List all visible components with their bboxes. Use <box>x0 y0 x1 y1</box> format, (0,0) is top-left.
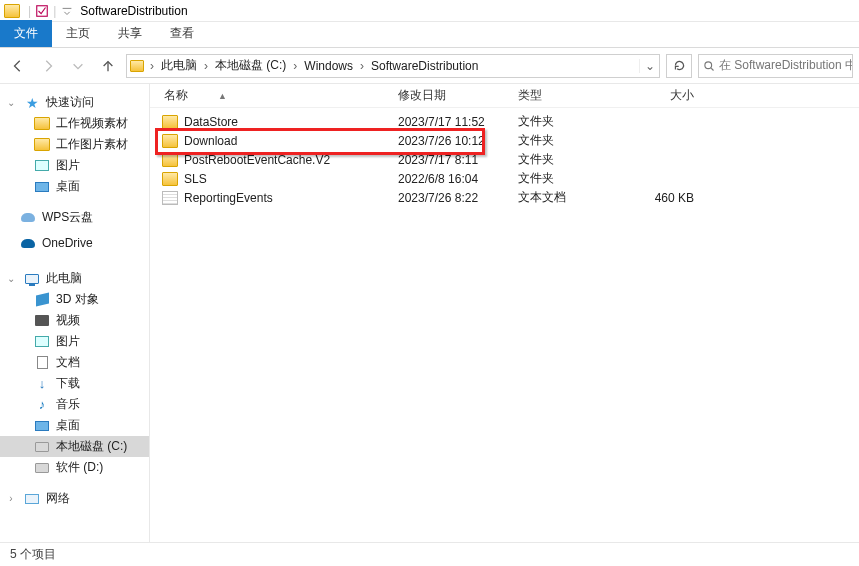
separator: | <box>28 4 31 18</box>
tree-network[interactable]: › 网络 <box>0 488 149 509</box>
separator: | <box>53 4 56 18</box>
ribbon-tabs: 文件 主页 共享 查看 <box>0 22 859 48</box>
disk-icon <box>34 440 50 454</box>
folder-icon <box>162 153 178 167</box>
chevron-down-icon[interactable]: ⌄ <box>6 273 16 284</box>
status-bar: 5 个项目 <box>0 542 859 566</box>
tree-item[interactable]: 文档 <box>0 352 149 373</box>
network-icon <box>24 492 40 506</box>
folder-icon <box>162 134 178 148</box>
tree-item[interactable]: 桌面 <box>0 415 149 436</box>
tree-this-pc[interactable]: ⌄ 此电脑 <box>0 268 149 289</box>
tree-item[interactable]: 桌面 <box>0 176 149 197</box>
tab-share[interactable]: 共享 <box>104 20 156 47</box>
item-count: 5 个项目 <box>10 546 56 563</box>
tab-file[interactable]: 文件 <box>0 20 52 47</box>
desk-icon <box>34 419 50 433</box>
pic-icon <box>34 335 50 349</box>
column-date[interactable]: 修改日期 <box>398 87 518 104</box>
refresh-button[interactable] <box>666 54 692 78</box>
cloud-icon <box>20 211 36 225</box>
breadcrumb-item[interactable]: 此电脑 <box>157 57 201 74</box>
tab-view[interactable]: 查看 <box>156 20 208 47</box>
file-content-area: 名称 ▲ 修改日期 类型 大小 DataStore2023/7/17 11:52… <box>150 84 859 542</box>
chevron-right-icon[interactable]: › <box>201 59 211 73</box>
search-input[interactable]: 在 SoftwareDistribution 中 <box>698 54 853 78</box>
navigation-pane: ⌄ ★ 快速访问 工作视频素材工作图片素材图片桌面 WPS云盘OneDrive … <box>0 84 150 542</box>
folder-icon <box>34 138 50 152</box>
pic-icon <box>34 159 50 173</box>
disk-icon <box>34 461 50 475</box>
tree-item[interactable]: ↓下载 <box>0 373 149 394</box>
window-title: SoftwareDistribution <box>80 4 187 18</box>
tree-item[interactable]: 3D 对象 <box>0 289 149 310</box>
svg-point-3 <box>705 61 712 68</box>
svg-rect-0 <box>37 5 48 16</box>
cloud-icon <box>20 236 36 250</box>
music-icon: ♪ <box>34 398 50 412</box>
tree-item[interactable]: ♪音乐 <box>0 394 149 415</box>
tree-item[interactable]: 工作图片素材 <box>0 134 149 155</box>
file-row[interactable]: DataStore2023/7/17 11:52文件夹 <box>150 112 859 131</box>
up-button[interactable] <box>96 54 120 78</box>
address-bar[interactable]: › 此电脑 › 本地磁盘 (C:) › Windows › SoftwareDi… <box>126 54 660 78</box>
tab-home[interactable]: 主页 <box>52 20 104 47</box>
chevron-right-icon[interactable]: › <box>290 59 300 73</box>
file-row[interactable]: PostRebootEventCache.V22023/7/17 8:11文件夹 <box>150 150 859 169</box>
tree-item[interactable]: 本地磁盘 (C:) <box>0 436 149 457</box>
vid-icon <box>34 314 50 328</box>
file-row[interactable]: SLS2022/6/8 16:04文件夹 <box>150 169 859 188</box>
chevron-right-icon[interactable]: › <box>147 59 157 73</box>
star-icon: ★ <box>24 96 40 110</box>
folder-icon <box>4 4 20 18</box>
back-button[interactable] <box>6 54 30 78</box>
folder-icon <box>162 115 178 129</box>
search-placeholder: 在 SoftwareDistribution 中 <box>719 57 853 74</box>
qat-dropdown-icon[interactable] <box>60 4 74 18</box>
nav-bar: › 此电脑 › 本地磁盘 (C:) › Windows › SoftwareDi… <box>0 48 859 84</box>
breadcrumb-item[interactable]: Windows <box>300 59 357 73</box>
column-headers: 名称 ▲ 修改日期 类型 大小 <box>150 84 859 108</box>
doc-icon <box>34 356 50 370</box>
tree-item[interactable]: 视频 <box>0 310 149 331</box>
file-list: DataStore2023/7/17 11:52文件夹Download2023/… <box>150 108 859 542</box>
column-name[interactable]: 名称 ▲ <box>158 87 398 104</box>
tree-item[interactable]: OneDrive <box>0 234 149 252</box>
folder-icon <box>162 172 178 186</box>
file-row[interactable]: ReportingEvents2023/7/26 8:22文本文档460 KB <box>150 188 859 207</box>
tree-item[interactable]: 图片 <box>0 331 149 352</box>
3d-icon <box>34 293 50 307</box>
file-row[interactable]: Download2023/7/26 10:12文件夹 <box>150 131 859 150</box>
tree-item[interactable]: 软件 (D:) <box>0 457 149 478</box>
chevron-right-icon[interactable]: › <box>6 493 16 504</box>
column-type[interactable]: 类型 <box>518 87 626 104</box>
chevron-down-icon[interactable]: ⌄ <box>6 97 16 108</box>
tree-item[interactable]: WPS云盘 <box>0 207 149 228</box>
text-file-icon <box>162 191 178 205</box>
recent-dropdown[interactable] <box>66 54 90 78</box>
title-bar: | | SoftwareDistribution <box>0 0 859 22</box>
sort-ascending-icon: ▲ <box>218 91 227 101</box>
desk-icon <box>34 180 50 194</box>
breadcrumb-item[interactable]: SoftwareDistribution <box>367 59 482 73</box>
down-icon: ↓ <box>34 377 50 391</box>
tree-item[interactable]: 图片 <box>0 155 149 176</box>
breadcrumb-item[interactable]: 本地磁盘 (C:) <box>211 57 290 74</box>
column-size[interactable]: 大小 <box>626 87 706 104</box>
svg-line-4 <box>711 68 713 70</box>
search-icon <box>703 60 715 72</box>
address-folder-icon <box>127 60 147 72</box>
breadcrumbs: › 此电脑 › 本地磁盘 (C:) › Windows › SoftwareDi… <box>147 55 482 77</box>
tree-item[interactable]: 工作视频素材 <box>0 113 149 134</box>
folder-icon <box>34 117 50 131</box>
qat-save-icon[interactable] <box>35 4 49 18</box>
pc-icon <box>24 272 40 286</box>
tree-quick-access[interactable]: ⌄ ★ 快速访问 <box>0 92 149 113</box>
address-dropdown-icon[interactable]: ⌄ <box>639 59 659 73</box>
forward-button[interactable] <box>36 54 60 78</box>
chevron-right-icon[interactable]: › <box>357 59 367 73</box>
